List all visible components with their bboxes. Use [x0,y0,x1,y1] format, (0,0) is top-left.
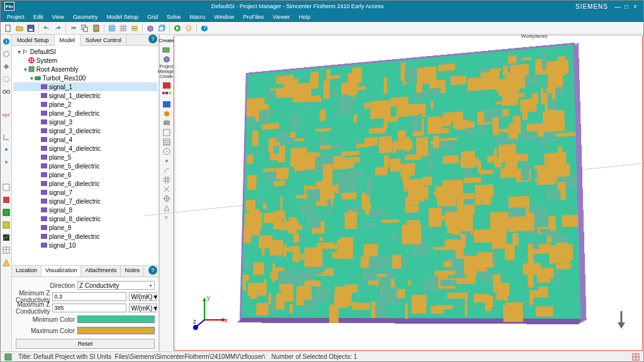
tree-layer[interactable]: signal_4_dielectric [13,144,157,153]
diamond3-icon[interactable] [2,75,11,84]
status-target-icon[interactable] [632,353,640,361]
warn-icon[interactable] [2,258,11,267]
3d-viewport[interactable]: Workplane Normal Y▼ Position m▼ ◀ ▶ Proj… [174,35,643,351]
green-icon[interactable] [2,208,11,217]
create-cyl-icon[interactable] [161,119,172,128]
tree-layer[interactable]: signal_10 [13,241,157,250]
square-icon[interactable] [2,183,11,192]
menu-viewer[interactable]: Viewer [269,14,294,20]
new-icon[interactable] [3,23,13,33]
tree-layer[interactable]: signal_7 [13,188,157,197]
box-icon[interactable] [145,23,155,33]
tree-layer[interactable]: plane_6 [13,170,157,179]
minimize-button[interactable]: — [613,3,622,10]
tree-layer[interactable]: plane_9_dielectric [13,232,157,241]
tab-model[interactable]: Model [55,35,81,46]
tree-layer[interactable]: signal_1_dielectric [13,91,157,100]
tree-system[interactable]: System [13,56,157,65]
menu-window[interactable]: Window [211,14,238,20]
redo-icon[interactable] [53,23,63,33]
create-tri-icon[interactable] [161,204,172,212]
menu-model-setup[interactable]: Model Setup [103,14,142,20]
create-fan-icon[interactable] [161,147,172,156]
menu-geometry[interactable]: Geometry [69,14,102,20]
create-hatch-icon[interactable] [161,138,172,146]
panel-help-icon[interactable]: ? [148,35,157,43]
ptab-attachments[interactable]: Attachments [81,266,121,277]
cube-icon[interactable] [157,23,167,33]
help-icon[interactable]: ? [199,23,209,33]
menu-project[interactable]: Project [3,14,28,20]
pcb-model[interactable] [240,43,583,321]
tree-layer[interactable]: signal_3 [13,118,157,126]
tree-part[interactable]: ▾ Turbot_Res100 [13,74,157,82]
reset-button[interactable]: Reset [16,339,155,349]
ptab-notes[interactable]: Notes [121,266,144,277]
yellow-icon[interactable] [2,221,11,229]
model-tree[interactable]: ▾🏳 DefaultSI System ▾ Root Assembly ▾ Tu… [12,46,158,265]
cut-icon[interactable]: ✂ [69,23,79,33]
tree-layer[interactable]: signal_1 [13,82,157,91]
tree-layer[interactable]: plane_5_dielectric [13,162,157,170]
maxcolor-swatch[interactable] [77,327,155,334]
min-unit-select[interactable]: W/(mK)▼ [129,292,157,301]
menu-edit[interactable]: Edit [30,14,47,20]
min-cond-input[interactable] [52,292,126,301]
chart-icon[interactable] [2,233,11,242]
dot2-icon[interactable] [2,158,11,167]
create-c-icon[interactable]: C [161,213,172,222]
axis-triad[interactable]: y x z [193,293,231,331]
grid2-icon[interactable] [118,23,128,33]
tree-layer[interactable]: plane_2_dielectric [13,109,157,118]
tree-layer[interactable]: signal_4 [13,135,157,144]
info-icon[interactable]: i [2,37,11,46]
create-x-icon[interactable] [161,185,172,194]
create-wire-icon[interactable] [161,128,172,137]
tree-layer[interactable]: signal_8_dielectric [13,214,157,223]
tab-solver-control[interactable]: Solver Control [80,35,127,45]
grid-icon[interactable] [107,23,117,33]
direction-select[interactable]: Z Conductivity▼ [77,281,155,290]
ptab-location[interactable]: Location [12,266,42,277]
close-button[interactable]: × [631,3,640,10]
max-cond-input[interactable] [52,304,126,312]
undo-icon[interactable] [42,23,52,33]
props-help-icon[interactable]: ? [148,266,157,275]
tree-layer[interactable]: signal_8 [13,206,157,214]
stack-icon[interactable] [130,23,140,33]
menu-solve[interactable]: Solve [163,14,185,20]
maximize-button[interactable]: □ [622,3,631,10]
create-target-icon[interactable] [161,194,172,203]
menu-grid[interactable]: Grid [143,14,162,20]
menu-macro[interactable]: Macro [186,14,209,20]
tree-layer[interactable]: plane_6_dielectric [13,179,157,188]
menu-view[interactable]: View [48,14,68,20]
create-grid-icon[interactable] [161,175,172,184]
run-icon[interactable] [172,23,182,33]
tree-layer[interactable]: plane_9 [13,223,157,232]
paste-icon[interactable] [91,23,101,33]
dot-icon[interactable] [2,145,11,154]
copy-icon[interactable] [80,23,90,33]
open-icon[interactable] [14,23,25,33]
thermal-icon[interactable] [2,195,11,204]
menu-profiles[interactable]: ProFiles [240,14,268,20]
create-damper-icon[interactable] [161,166,172,175]
tab-model-setup[interactable]: Model Setup [12,35,55,45]
tree-layer[interactable]: plane_2 [13,100,157,109]
max-unit-select[interactable]: W/(mK)▼ [129,304,157,312]
menu-help[interactable]: Help [295,14,314,20]
save-icon[interactable] [26,23,36,33]
create-multi-icon[interactable] [161,90,172,99]
ptab-visualization[interactable]: Visualization [42,266,81,277]
tree-layer[interactable]: signal_3_dielectric [13,126,157,135]
tree-assembly[interactable]: ▾ Root Assembly [13,65,157,74]
create-assembly-icon[interactable] [161,45,172,54]
create-dot-icon[interactable] [161,156,172,165]
create-cube-icon[interactable] [161,55,172,63]
glasses-icon[interactable] [2,87,11,96]
create-source-icon[interactable] [161,109,172,118]
tree-layer[interactable]: plane_5 [13,153,157,162]
tree-root[interactable]: ▾🏳 DefaultSI [13,47,157,56]
create-blue-icon[interactable] [161,100,172,109]
